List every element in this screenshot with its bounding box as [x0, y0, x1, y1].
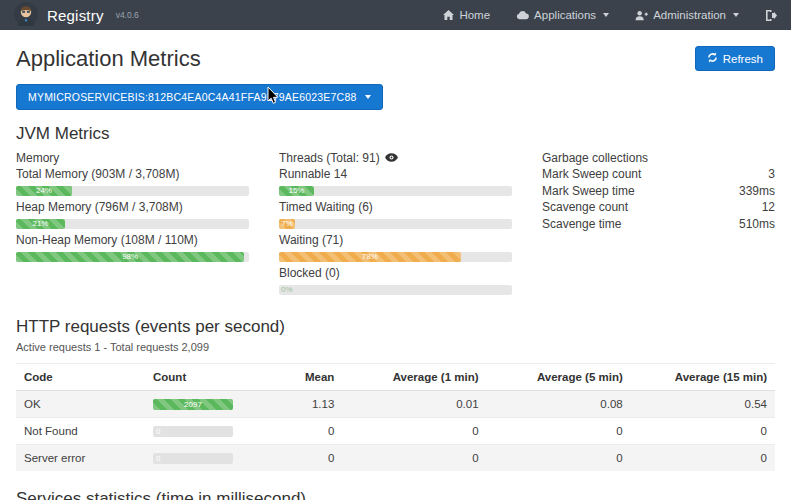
- instance-selector-label: MYMICROSERVICEBIS:812BC4EA0C4A41FFA9179A…: [28, 91, 356, 103]
- gc-row: Mark Sweep count3: [542, 166, 775, 183]
- http-requests-subtitle: Active requests 1 - Total requests 2,099: [16, 341, 775, 353]
- nav-item-home[interactable]: Home: [443, 9, 490, 21]
- gc-label: Scavenge count: [542, 199, 628, 216]
- http-avg1-cell: 0.01: [342, 391, 486, 418]
- home-icon: [443, 10, 454, 21]
- http-avg15-cell: 0: [631, 445, 775, 472]
- waiting-progressbar: 78%: [279, 252, 512, 262]
- count-bar-fill: 0: [153, 426, 156, 437]
- refresh-button[interactable]: Refresh: [695, 46, 775, 71]
- nav-label-applications: Applications: [534, 9, 596, 21]
- chevron-down-icon: [365, 95, 371, 99]
- chevron-down-icon: [733, 13, 739, 17]
- brand[interactable]: Registry v4.0.6: [14, 2, 139, 29]
- runnable-bar-fill: 15%: [279, 186, 314, 196]
- runnable-label: Runnable 14: [279, 167, 512, 182]
- gc-value: 510ms: [739, 216, 775, 233]
- runnable-progressbar: 15%: [279, 186, 512, 196]
- navbar: Registry v4.0.6 Home Applications Admini…: [0, 0, 791, 30]
- http-avg5-cell: 0: [487, 445, 631, 472]
- count-bar-fill: 2097: [153, 399, 233, 410]
- heap-memory-label: Heap Memory (796M / 3,708M): [16, 200, 249, 215]
- nav-item-administration[interactable]: Administration: [635, 9, 739, 21]
- brand-version: v4.0.6: [116, 10, 139, 20]
- http-mean-cell: 0: [259, 418, 342, 445]
- memory-column: Memory Total Memory (903M / 3,708M) 24% …: [16, 150, 249, 299]
- gc-label: Mark Sweep time: [542, 183, 635, 200]
- column-header-avg1: Average (1 min): [342, 364, 486, 391]
- nonheap-memory-bar-fill: 98%: [16, 252, 244, 262]
- http-mean-cell: 0: [259, 445, 342, 472]
- http-count-cell: 0: [145, 445, 259, 472]
- http-avg5-cell: 0.08: [487, 391, 631, 418]
- column-header-avg5: Average (5 min): [487, 364, 631, 391]
- threads-heading: Threads (Total: 91): [279, 150, 380, 166]
- nav-menu: Home Applications Administration: [443, 9, 777, 21]
- timed-waiting-bar-fill: 7%: [279, 219, 295, 229]
- http-requests-table: Code Count Mean Average (1 min) Average …: [16, 363, 775, 471]
- waiting-label: Waiting (71): [279, 233, 512, 248]
- user-plus-icon: [635, 10, 648, 21]
- gc-column: Garbage collections Mark Sweep count3 Ma…: [542, 150, 775, 299]
- column-header-count: Count: [145, 364, 259, 391]
- gc-row: Mark Sweep time339ms: [542, 183, 775, 200]
- threads-column: Threads (Total: 91) Runnable 14 15% Time…: [279, 150, 512, 299]
- gc-value: 12: [762, 199, 775, 216]
- jvm-metrics-title: JVM Metrics: [16, 124, 775, 144]
- http-count-cell: 2097: [145, 391, 259, 418]
- http-avg1-cell: 0: [342, 445, 486, 472]
- column-header-avg15: Average (15 min): [631, 364, 775, 391]
- gc-value: 339ms: [739, 183, 775, 200]
- blocked-progressbar: 0%: [279, 285, 512, 295]
- brand-name: Registry: [47, 7, 104, 24]
- nav-item-applications[interactable]: Applications: [516, 9, 609, 21]
- total-memory-progressbar: 24%: [16, 186, 249, 196]
- cloud-icon: [516, 10, 529, 20]
- http-code-cell: OK: [16, 391, 145, 418]
- gc-row: Scavenge count12: [542, 199, 775, 216]
- http-mean-cell: 1.13: [259, 391, 342, 418]
- jhipster-avatar-logo-icon: [14, 2, 38, 29]
- gc-row: Scavenge time510ms: [542, 216, 775, 233]
- nonheap-memory-label: Non-Heap Memory (108M / 110M): [16, 233, 249, 248]
- total-memory-bar-fill: 24%: [16, 186, 72, 196]
- blocked-bar-fill: 0%: [279, 285, 281, 295]
- nav-label-home: Home: [459, 9, 490, 21]
- count-bar-fill: 0: [153, 453, 156, 464]
- http-requests-title: HTTP requests (events per second): [16, 317, 775, 337]
- http-code-cell: Server error: [16, 445, 145, 472]
- total-memory-label: Total Memory (903M / 3,708M): [16, 167, 249, 182]
- memory-heading: Memory: [16, 150, 249, 166]
- sign-out-icon: [765, 10, 777, 21]
- nonheap-memory-progressbar: 98%: [16, 252, 249, 262]
- sign-out-button[interactable]: [765, 10, 777, 21]
- gc-heading: Garbage collections: [542, 150, 775, 166]
- table-row: Server error 0 0 0 0 0: [16, 445, 775, 472]
- count-progressbar: 2097: [153, 399, 233, 410]
- column-header-code: Code: [16, 364, 145, 391]
- table-row: Not Found 0 0 0 0 0: [16, 418, 775, 445]
- heap-memory-progressbar: 21%: [16, 219, 249, 229]
- gc-value: 3: [768, 166, 775, 183]
- chevron-down-icon: [603, 13, 609, 17]
- refresh-icon: [707, 52, 718, 65]
- column-header-mean: Mean: [259, 364, 342, 391]
- timed-waiting-label: Timed Waiting (6): [279, 200, 512, 215]
- eye-icon[interactable]: [385, 150, 398, 166]
- gc-label: Mark Sweep count: [542, 166, 641, 183]
- waiting-bar-fill: 78%: [279, 252, 461, 262]
- blocked-label: Blocked (0): [279, 266, 512, 281]
- page-title: Application Metrics: [16, 46, 201, 72]
- gc-label: Scavenge time: [542, 216, 621, 233]
- http-count-cell: 0: [145, 418, 259, 445]
- http-avg5-cell: 0: [487, 418, 631, 445]
- heap-memory-bar-fill: 21%: [16, 219, 65, 229]
- table-row: OK 2097 1.13 0.01 0.08 0.54: [16, 391, 775, 418]
- nav-label-administration: Administration: [653, 9, 726, 21]
- http-code-cell: Not Found: [16, 418, 145, 445]
- count-progressbar: 0: [153, 426, 233, 437]
- count-progressbar: 0: [153, 453, 233, 464]
- refresh-label: Refresh: [723, 53, 763, 65]
- instance-selector-dropdown[interactable]: MYMICROSERVICEBIS:812BC4EA0C4A41FFA9179A…: [16, 84, 383, 110]
- http-avg15-cell: 0: [631, 418, 775, 445]
